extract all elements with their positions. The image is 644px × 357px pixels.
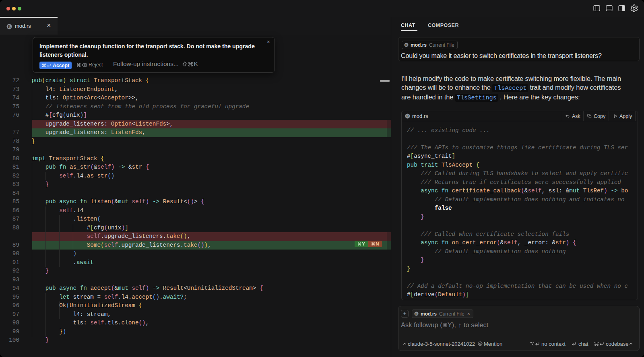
svg-text:R: R bbox=[405, 43, 408, 47]
svg-text:R: R bbox=[415, 312, 418, 316]
svg-text:R: R bbox=[406, 114, 409, 118]
svg-text:R: R bbox=[8, 25, 11, 29]
